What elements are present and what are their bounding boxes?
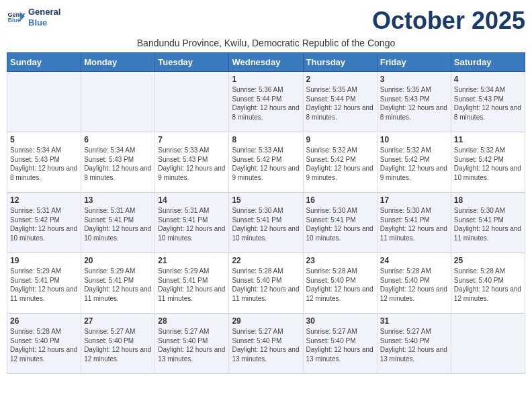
day-number: 22 [232,256,300,265]
calendar-cell: 25Sunrise: 5:28 AM Sunset: 5:40 PM Dayli… [451,253,525,314]
day-content: Sunrise: 5:34 AM Sunset: 5:43 PM Dayligh… [10,146,78,182]
day-content: Sunrise: 5:32 AM Sunset: 5:42 PM Dayligh… [454,146,522,182]
day-number: 9 [306,135,374,144]
day-content: Sunrise: 5:31 AM Sunset: 5:42 PM Dayligh… [10,206,78,242]
day-number: 4 [454,75,522,84]
day-number: 21 [158,256,226,265]
calendar-cell: 18Sunrise: 5:30 AM Sunset: 5:41 PM Dayli… [451,193,525,253]
day-content: Sunrise: 5:28 AM Sunset: 5:40 PM Dayligh… [232,267,300,303]
day-content: Sunrise: 5:27 AM Sunset: 5:40 PM Dayligh… [306,327,374,363]
day-content: Sunrise: 5:29 AM Sunset: 5:41 PM Dayligh… [10,267,78,303]
day-content: Sunrise: 5:27 AM Sunset: 5:40 PM Dayligh… [380,327,448,363]
day-content: Sunrise: 5:27 AM Sunset: 5:40 PM Dayligh… [158,327,226,363]
svg-text:Blue: Blue [7,17,21,24]
day-number: 20 [84,256,152,265]
calendar-cell: 7Sunrise: 5:33 AM Sunset: 5:43 PM Daylig… [155,132,229,193]
day-content: Sunrise: 5:30 AM Sunset: 5:41 PM Dayligh… [232,206,300,242]
calendar-table: SundayMondayTuesdayWednesdayThursdayFrid… [7,52,525,374]
day-content: Sunrise: 5:31 AM Sunset: 5:41 PM Dayligh… [158,206,226,242]
day-header-tuesday: Tuesday [155,53,229,72]
calendar-cell: 28Sunrise: 5:27 AM Sunset: 5:40 PM Dayli… [155,314,229,374]
calendar-cell: 20Sunrise: 5:29 AM Sunset: 5:41 PM Dayli… [81,253,155,314]
day-number: 19 [10,256,78,265]
day-content: Sunrise: 5:32 AM Sunset: 5:42 PM Dayligh… [306,146,374,182]
day-number: 14 [158,195,226,205]
day-number: 15 [232,195,300,205]
day-number: 7 [158,135,226,144]
day-number: 23 [306,256,374,265]
day-header-thursday: Thursday [303,53,377,72]
day-number: 5 [10,135,78,144]
day-content: Sunrise: 5:30 AM Sunset: 5:41 PM Dayligh… [306,206,374,242]
calendar-cell: 13Sunrise: 5:31 AM Sunset: 5:41 PM Dayli… [81,193,155,253]
day-header-sunday: Sunday [7,53,81,72]
calendar-cell: 24Sunrise: 5:28 AM Sunset: 5:40 PM Dayli… [377,253,451,314]
day-content: Sunrise: 5:32 AM Sunset: 5:42 PM Dayligh… [380,146,448,182]
day-number: 28 [158,316,226,326]
calendar-cell: 2Sunrise: 5:35 AM Sunset: 5:44 PM Daylig… [303,72,377,132]
calendar-week-row: 5Sunrise: 5:34 AM Sunset: 5:43 PM Daylig… [7,132,525,193]
calendar-subtitle: Bandundu Province, Kwilu, Democratic Rep… [7,38,525,48]
day-content: Sunrise: 5:27 AM Sunset: 5:40 PM Dayligh… [84,327,152,363]
day-number: 10 [380,135,448,144]
calendar-cell: 29Sunrise: 5:27 AM Sunset: 5:40 PM Dayli… [229,314,303,374]
calendar-cell: 4Sunrise: 5:34 AM Sunset: 5:43 PM Daylig… [451,72,525,132]
day-header-saturday: Saturday [451,53,525,72]
calendar-cell: 3Sunrise: 5:35 AM Sunset: 5:43 PM Daylig… [377,72,451,132]
calendar-cell: 9Sunrise: 5:32 AM Sunset: 5:42 PM Daylig… [303,132,377,193]
day-number: 25 [454,256,522,265]
day-content: Sunrise: 5:33 AM Sunset: 5:43 PM Dayligh… [158,146,226,182]
calendar-cell [7,72,81,132]
calendar-cell: 30Sunrise: 5:27 AM Sunset: 5:40 PM Dayli… [303,314,377,374]
calendar-cell: 14Sunrise: 5:31 AM Sunset: 5:41 PM Dayli… [155,193,229,253]
calendar-cell [81,72,155,132]
day-number: 8 [232,135,300,144]
logo: General Blue General Blue [7,7,60,28]
day-content: Sunrise: 5:28 AM Sunset: 5:40 PM Dayligh… [306,267,374,303]
logo-line1: General [28,7,60,17]
day-number: 2 [306,75,374,84]
calendar-cell: 23Sunrise: 5:28 AM Sunset: 5:40 PM Dayli… [303,253,377,314]
day-content: Sunrise: 5:34 AM Sunset: 5:43 PM Dayligh… [454,85,522,122]
day-content: Sunrise: 5:28 AM Sunset: 5:40 PM Dayligh… [380,267,448,303]
calendar-cell: 31Sunrise: 5:27 AM Sunset: 5:40 PM Dayli… [377,314,451,374]
day-number: 29 [232,316,300,326]
calendar-cell: 21Sunrise: 5:29 AM Sunset: 5:41 PM Dayli… [155,253,229,314]
page-header: General Blue General Blue October 2025 [7,7,525,35]
day-number: 27 [84,316,152,326]
calendar-cell [155,72,229,132]
calendar-header-row: SundayMondayTuesdayWednesdayThursdayFrid… [7,53,525,72]
calendar-week-row: 26Sunrise: 5:28 AM Sunset: 5:40 PM Dayli… [7,314,525,374]
day-header-friday: Friday [377,53,451,72]
day-content: Sunrise: 5:35 AM Sunset: 5:44 PM Dayligh… [306,85,374,122]
day-number: 1 [232,75,300,84]
day-number: 24 [380,256,448,265]
day-number: 30 [306,316,374,326]
month-title: October 2025 [372,7,525,35]
day-content: Sunrise: 5:33 AM Sunset: 5:42 PM Dayligh… [232,146,300,182]
calendar-cell: 11Sunrise: 5:32 AM Sunset: 5:42 PM Dayli… [451,132,525,193]
calendar-cell [451,314,525,374]
calendar-cell: 15Sunrise: 5:30 AM Sunset: 5:41 PM Dayli… [229,193,303,253]
calendar-week-row: 12Sunrise: 5:31 AM Sunset: 5:42 PM Dayli… [7,193,525,253]
day-number: 3 [380,75,448,84]
day-content: Sunrise: 5:31 AM Sunset: 5:41 PM Dayligh… [84,206,152,242]
day-content: Sunrise: 5:28 AM Sunset: 5:40 PM Dayligh… [10,327,78,363]
day-number: 11 [454,135,522,144]
day-content: Sunrise: 5:34 AM Sunset: 5:43 PM Dayligh… [84,146,152,182]
calendar-cell: 1Sunrise: 5:36 AM Sunset: 5:44 PM Daylig… [229,72,303,132]
day-number: 31 [380,316,448,326]
day-content: Sunrise: 5:28 AM Sunset: 5:40 PM Dayligh… [454,267,522,303]
calendar-cell: 16Sunrise: 5:30 AM Sunset: 5:41 PM Dayli… [303,193,377,253]
day-number: 17 [380,195,448,205]
calendar-cell: 6Sunrise: 5:34 AM Sunset: 5:43 PM Daylig… [81,132,155,193]
day-number: 6 [84,135,152,144]
calendar-cell: 27Sunrise: 5:27 AM Sunset: 5:40 PM Dayli… [81,314,155,374]
day-number: 16 [306,195,374,205]
calendar-week-row: 1Sunrise: 5:36 AM Sunset: 5:44 PM Daylig… [7,72,525,132]
day-content: Sunrise: 5:27 AM Sunset: 5:40 PM Dayligh… [232,327,300,363]
day-header-monday: Monday [81,53,155,72]
day-number: 13 [84,195,152,205]
calendar-cell: 10Sunrise: 5:32 AM Sunset: 5:42 PM Dayli… [377,132,451,193]
calendar-cell: 5Sunrise: 5:34 AM Sunset: 5:43 PM Daylig… [7,132,81,193]
